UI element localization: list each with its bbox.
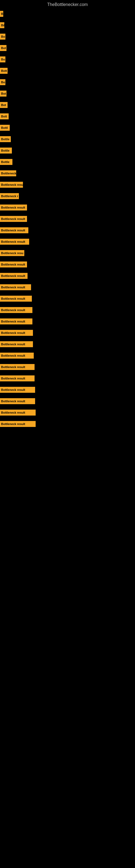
bar-item: Bottleneck result [0,407,135,418]
bar-item: Bottleneck result [0,236,135,247]
bar-label: Bottl [0,125,10,131]
bar-item: Bottleneck result [0,293,135,304]
bar-label: Bà [0,22,4,28]
bar-item: Bottleneck result [0,202,135,213]
bar-item: Bottle [0,133,135,145]
bar-item: Bottleneck result [0,304,135,316]
bar-label: Bot [0,45,6,51]
bar-label: Bottle [0,148,12,154]
bar-label: Bott [0,113,9,119]
bar-label: Bottleneck result [0,364,35,370]
bar-label: Bottleneck result [0,284,31,290]
bar-item: Bottleneck result [0,225,135,236]
bar-item: Bottl [0,122,135,133]
bar-item: Bottleneck result [0,339,135,350]
bar-label: Bottleneck resu [0,250,24,256]
bar-label: Bottleneck result [0,318,32,324]
bar-label: Bottleneck result [0,352,34,359]
bar-item: Bottleneck result [0,316,135,327]
bar-label: Bottleneck result [0,239,29,245]
bar-item: Bo [0,31,135,42]
bar-item: Bottleneck result [0,270,135,282]
bar-label: Bottleneck result [0,410,36,415]
bar-item: Bottleneck result [0,259,135,270]
bar-item: Bottleneck resu [0,247,135,259]
bar-item: Bottleneck r [0,190,135,202]
bar-item: Bot [0,88,135,99]
bar-label: Bottleneck result [0,216,27,222]
bar-label: Bottleneck result [0,375,35,381]
bar-label: Bott [0,68,8,74]
bar-item: Bottleneck result [0,384,135,396]
bar-item: Bo [0,76,135,88]
bar-item: Bottleneck result [0,418,135,430]
site-title: TheBottlenecker.com [0,0,135,8]
bar-label: Bottleneck result [0,307,32,313]
bar-item: Bottleneck result [0,282,135,293]
bar-label: Bottleneck result [0,421,36,427]
bar-item: Bott [0,111,135,122]
bar-label: B [0,11,3,17]
bar-item: Bo [0,54,135,65]
bar-label: Bo [0,79,5,85]
bars-container: BBàBoBotBoBottBoBotBotBottBottlBottleBot… [0,8,135,430]
bar-label: Bottleneck result [0,296,32,302]
bar-label: Bottleneck result [0,205,27,211]
bar-label: Bottleneck [0,170,16,176]
bar-item: Bottleneck result [0,213,135,225]
bar-label: Bottleneck resu [0,182,23,188]
bar-label: Bottleneck result [0,387,35,393]
bar-item: Bottleneck resu [0,179,135,190]
bar-label: Bottleneck result [0,227,28,233]
bar-item: Bottle [0,156,135,167]
bar-label: Bottleneck result [0,330,33,336]
bar-label: Bot [0,102,8,108]
bar-label: Bottleneck result [0,261,27,268]
bar-item: Bott [0,65,135,76]
bar-label: Bo [0,56,5,62]
bar-label: Bottleneck result [0,273,28,279]
bar-item: Bot [0,42,135,54]
bar-item: Bottleneck result [0,350,135,361]
bar-item: Bottleneck result [0,373,135,384]
bar-item: Bottleneck result [0,361,135,373]
bar-label: Bottleneck result [0,398,35,404]
bar-item: Bottleneck result [0,327,135,339]
bar-item: Bottleneck result [0,396,135,407]
bar-label: Bottle [0,159,12,165]
bar-item: Bà [0,20,135,31]
bar-label: Bo [0,34,5,40]
bar-item: Bottle [0,145,135,156]
bar-item: B [0,8,135,20]
bar-item: Bot [0,99,135,111]
bar-label: Bot [0,91,6,97]
bar-item: Bottleneck [0,167,135,179]
bar-label: Bottleneck result [0,341,33,347]
bar-label: Bottleneck r [0,193,19,199]
bar-label: Bottle [0,136,11,142]
